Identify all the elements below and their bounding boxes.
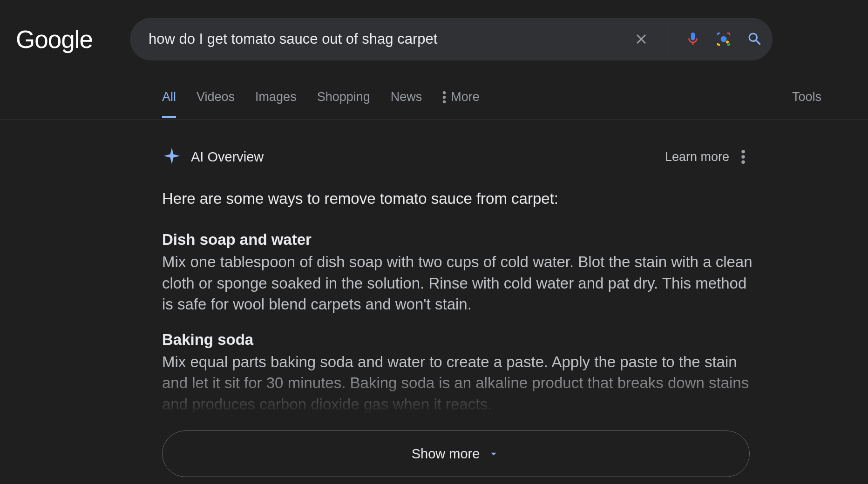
tabs: All Videos Images Shopping News More Too… (0, 87, 868, 120)
lens-search-icon[interactable] (715, 30, 732, 48)
show-more-label: Show more (412, 446, 480, 462)
search-input[interactable] (149, 31, 624, 47)
section-body: Mix equal parts baking soda and water to… (162, 351, 754, 415)
voice-search-icon[interactable] (685, 29, 701, 49)
tab-shopping[interactable]: Shopping (317, 90, 370, 117)
learn-more-link[interactable]: Learn more (665, 150, 729, 164)
svg-point-4 (443, 100, 446, 103)
section-title: Dish soap and water (162, 231, 754, 249)
ai-section: Baking soda Mix equal parts baking soda … (162, 331, 754, 415)
more-options-icon[interactable] (741, 150, 745, 164)
ai-overview-title: AI Overview (191, 149, 264, 165)
svg-point-2 (443, 91, 446, 94)
search-icon[interactable] (746, 31, 763, 47)
search-bar (130, 18, 773, 60)
ai-section: Dish soap and water Mix one tablespoon o… (162, 231, 754, 315)
tab-more-label: More (451, 90, 480, 104)
more-vert-icon (442, 91, 446, 103)
tab-news[interactable]: News (391, 90, 422, 117)
tab-all[interactable]: All (162, 90, 176, 117)
clear-icon[interactable] (633, 31, 649, 47)
show-more-button[interactable]: Show more (162, 430, 750, 477)
sparkle-icon (162, 146, 182, 168)
section-title: Baking soda (162, 331, 754, 349)
google-logo[interactable]: Google (16, 25, 93, 54)
chevron-down-icon (487, 447, 500, 460)
svg-point-3 (443, 95, 446, 99)
svg-point-5 (741, 150, 745, 154)
svg-point-6 (741, 155, 745, 159)
tools-button[interactable]: Tools (792, 90, 821, 117)
tab-images[interactable]: Images (255, 90, 297, 117)
tab-videos[interactable]: Videos (197, 90, 235, 117)
svg-point-1 (726, 40, 729, 43)
divider (667, 27, 667, 52)
section-body: Mix one tablespoon of dish soap with two… (162, 251, 754, 315)
tab-more[interactable]: More (442, 90, 480, 117)
svg-point-0 (721, 36, 727, 42)
ai-intro: Here are some ways to remove tomato sauc… (162, 188, 754, 209)
svg-point-7 (741, 161, 745, 164)
